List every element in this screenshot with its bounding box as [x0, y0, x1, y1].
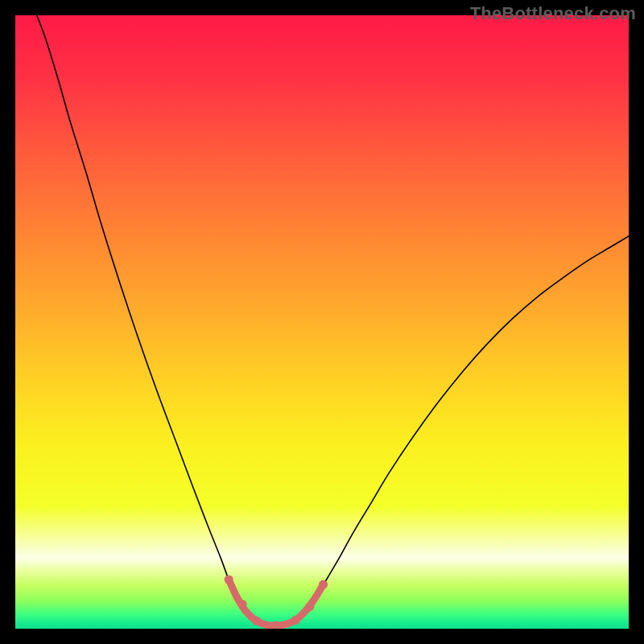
optimal-zone-overlay-marker — [237, 600, 246, 609]
chart-frame: TheBottleneck.com — [0, 0, 644, 644]
optimal-zone-overlay-marker — [305, 602, 314, 611]
optimal-zone-overlay-marker — [319, 580, 328, 589]
gradient-background — [15, 15, 629, 629]
plot-area — [15, 15, 629, 629]
chart-svg — [15, 15, 629, 629]
optimal-zone-overlay-marker — [291, 616, 300, 625]
optimal-zone-overlay-marker — [225, 575, 233, 584]
watermark-text: TheBottleneck.com — [470, 3, 636, 24]
optimal-zone-overlay-marker — [252, 617, 261, 625]
